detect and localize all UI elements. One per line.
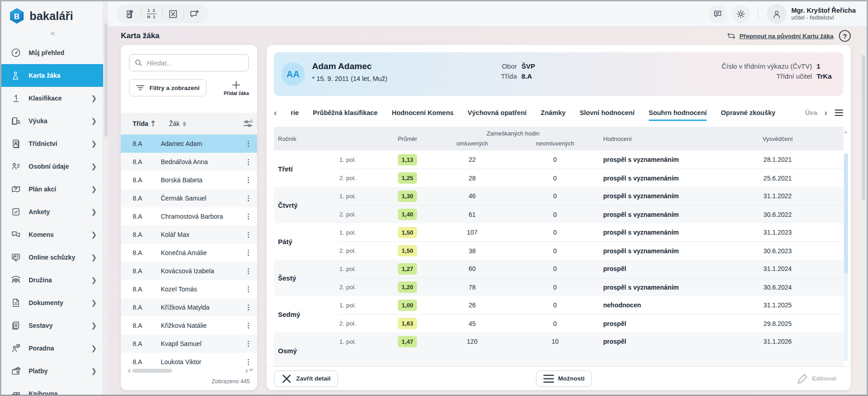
tab-slovni-hodnoceni[interactable]: Slovní hodnocení — [580, 103, 635, 122]
list-item[interactable]: 8.AČermák Samuel⋮ — [121, 189, 257, 207]
sidebar-item-karta-zaka[interactable]: Karta žáka — [1, 64, 103, 87]
edit-button[interactable]: Editovat — [790, 371, 843, 387]
row-menu-icon[interactable]: ⋮ — [243, 321, 253, 330]
sidebar-item-klasifikace[interactable]: Klasifikace ❯ — [1, 87, 103, 110]
tab-znamky[interactable]: Známky — [541, 103, 565, 122]
list-scroll-down-icon[interactable] — [249, 369, 253, 372]
table-scrollbar[interactable] — [844, 153, 848, 361]
sidebar-item-knihovna[interactable]: Knihovna — [1, 382, 103, 396]
horizontal-scroll-thumb[interactable] — [132, 369, 172, 373]
switch-card-link[interactable]: Přepnout na původní Kartu žáka — [727, 32, 833, 40]
tabs-scroll-right-icon[interactable]: › — [824, 109, 827, 117]
row-menu-icon[interactable]: ⋮ — [243, 249, 253, 257]
table-scrollbar-thumb[interactable] — [844, 153, 848, 274]
sidebar-item-online-schuzky[interactable]: Online schůzky ❯ — [1, 246, 103, 269]
search-box[interactable] — [129, 54, 249, 71]
list-item[interactable]: 8.ABorská Babeta⋮ — [121, 171, 257, 189]
scroll-left-icon[interactable] — [127, 369, 130, 373]
tab-opravne-zkousky[interactable]: Opravné zkoušky — [721, 103, 775, 122]
help-button[interactable]: ? — [839, 30, 851, 42]
tab-hodnoceni-komens[interactable]: Hodnocení Komens — [392, 103, 453, 122]
list-item[interactable]: 8.AKonečná Amálie⋮ — [121, 244, 257, 262]
sidebar-item-osobni-udaje[interactable]: Osobní údaje ❯ — [1, 155, 103, 178]
sidebar-item-druzina[interactable]: Družina ❯ — [1, 269, 103, 291]
tabs-scroll-left-icon[interactable]: ‹ — [274, 109, 277, 117]
list-scroll-up-icon[interactable] — [249, 119, 253, 122]
new-message-button[interactable] — [184, 5, 205, 23]
absence-entry-button[interactable] — [163, 5, 184, 23]
brand-logo[interactable]: B bakaláři — [1, 1, 103, 27]
sidebar-item-poradna[interactable]: Poradna ❯ — [1, 337, 103, 360]
tab-souhrn-hodnoceni[interactable]: Souhrn hodnocení — [649, 103, 707, 122]
sidebar-item-platby[interactable]: Platby ❯ — [1, 360, 103, 382]
row-menu-icon[interactable]: ⋮ — [243, 194, 253, 202]
row-menu-icon[interactable]: ⋮ — [243, 303, 253, 311]
row-menu-icon[interactable]: ⋮ — [243, 140, 253, 148]
list-item[interactable]: 8.AKřižková Natálie⋮ — [121, 316, 257, 335]
settings-button[interactable] — [732, 5, 750, 23]
tab-truncated-right[interactable]: Úva — [805, 103, 817, 122]
filters-button[interactable]: Filtry a zobrazení — [129, 79, 207, 96]
sidebar-scrollbar-thumb[interactable] — [104, 23, 108, 137]
sidebar-item-ankety[interactable]: Ankety ❯ — [1, 201, 103, 223]
tab-prubezna-klasifikace[interactable]: Průběžná klasifikace — [313, 103, 378, 122]
list-item[interactable]: 8.ALoukota Viktor⋮ — [121, 353, 257, 371]
sidebar-scrollbar[interactable] — [103, 1, 108, 395]
list-item[interactable]: 8.AKřížková Matylda⋮ — [121, 298, 257, 316]
row-menu-icon[interactable]: ⋮ — [243, 340, 253, 348]
table-row[interactable]: 2. pol. 1,20 78 0 prospěl s vyznamenáním… — [339, 278, 843, 296]
column-trida[interactable]: Třída — [133, 120, 155, 127]
class-book-entry-button[interactable] — [120, 5, 141, 23]
row-menu-icon[interactable]: ⋮ — [243, 285, 253, 293]
list-item[interactable]: 8.AKolář Max⋮ — [121, 226, 257, 244]
search-input[interactable] — [147, 59, 243, 67]
row-menu-icon[interactable]: ⋮ — [243, 358, 253, 366]
options-button[interactable]: Možnosti — [536, 371, 592, 387]
sidebar-item-dokumenty[interactable]: Dokumenty ❯ — [1, 291, 103, 314]
sort-icon — [183, 121, 186, 126]
sidebar-item-tridnictvi[interactable]: Třídnictví ❯ — [1, 132, 103, 155]
list-item[interactable]: 8.AAdamec Adam⋮ — [121, 135, 257, 153]
scroll-right-icon[interactable] — [246, 369, 249, 373]
list-item[interactable]: 8.AKozel Tomás⋮ — [121, 280, 257, 298]
window-scrollbar[interactable] — [861, 47, 866, 389]
sidebar-collapse-icon[interactable]: « — [1, 27, 103, 41]
table-row[interactable]: 1. pol. 1,47 120 10 prospěl 31.1.2026 — [339, 332, 843, 351]
table-row[interactable]: 2. pol. 1,40 61 0 prospěl s vyznamenáním… — [339, 205, 843, 223]
tab-vychovna-opatreni[interactable]: Výchovná opatření — [468, 103, 527, 122]
row-menu-icon[interactable]: ⋮ — [243, 176, 253, 184]
table-row[interactable]: 2. pol. 1,25 28 0 prospěl s vyznamenáním… — [339, 169, 843, 187]
tab-truncated-left[interactable]: rie — [291, 103, 299, 122]
sidebar-item-sestavy[interactable]: Sestavy ❯ — [1, 314, 103, 337]
grades-entry-button[interactable]: 1 2N 1 — [141, 5, 162, 23]
row-menu-icon[interactable]: ⋮ — [243, 267, 253, 275]
table-scroll-up-icon[interactable] — [844, 130, 848, 133]
user-info[interactable]: Mgr. Kryštof Řeřicha učitel - ředitelstv… — [791, 6, 856, 22]
list-horizontal-scrollbar[interactable] — [127, 369, 241, 373]
row-menu-icon[interactable]: ⋮ — [243, 212, 253, 221]
sidebar-item-plan-akci[interactable]: Plán akcí ❯ — [1, 178, 103, 201]
table-row[interactable]: 1. pol. 1,00 26 0 nehodnocen 31.1.2025 — [339, 296, 843, 314]
user-avatar[interactable] — [767, 4, 787, 24]
window-scrollbar-thumb[interactable] — [862, 55, 865, 201]
column-zak[interactable]: Žák — [169, 120, 186, 127]
sidebar-item-komens[interactable]: Komens ❯ — [1, 223, 103, 246]
row-menu-icon[interactable]: ⋮ — [243, 158, 253, 166]
row-menu-icon[interactable]: ⋮ — [243, 231, 253, 239]
add-student-button[interactable]: Přidat žáka — [224, 79, 249, 96]
messages-button[interactable] — [709, 5, 727, 23]
table-row[interactable]: 1. pol. 1,13 22 0 prospěl s vyznamenáním… — [339, 150, 843, 169]
list-item[interactable]: 8.ABednářová Anna⋮ — [121, 153, 257, 171]
sidebar-item-muj-prehled[interactable]: Můj přehled — [1, 41, 103, 64]
list-item[interactable]: 8.AChramostová Barbora⋮ — [121, 207, 257, 226]
table-row[interactable]: 2. pol. 1,63 45 0 prospěl 29.8.2025 — [339, 314, 843, 332]
close-detail-button[interactable]: Zavřít detail — [274, 371, 338, 387]
sidebar-item-vyuka[interactable]: Výuka ❯ — [1, 110, 103, 132]
table-row[interactable]: 1. pol. 1,50 107 0 prospěl s vyznamenání… — [339, 223, 843, 241]
tabs-menu-icon[interactable] — [834, 109, 843, 116]
list-item[interactable]: 8.AKvapil Samuel⋮ — [121, 335, 257, 353]
table-row[interactable]: 1. pol. 1,27 60 0 prospěl 31.1.2024 — [339, 260, 843, 278]
table-row[interactable]: 2. pol. 1,50 38 0 prospěl s vyznamenáním… — [339, 241, 843, 260]
table-row[interactable]: 1. pol. 1,30 46 0 prospěl s vyznamenáním… — [339, 187, 843, 205]
list-item[interactable]: 8.AKovácsová Izabela⋮ — [121, 262, 257, 280]
